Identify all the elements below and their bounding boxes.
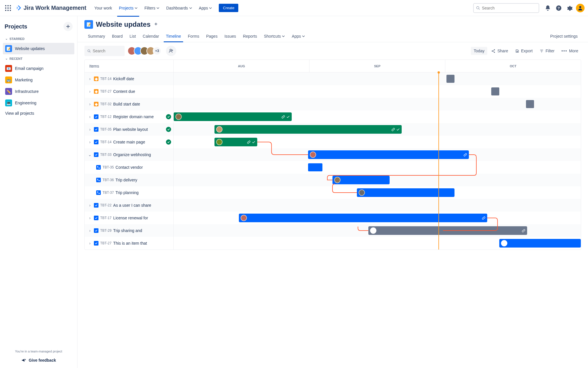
timeline-row [174,174,581,186]
timeline-bar[interactable] [446,75,454,83]
item-row[interactable]: TBT-22As a user I can share [85,199,173,212]
timeline-bar[interactable] [526,100,534,108]
svg-rect-5 [10,7,11,9]
issue-summary: Organize webhosting [113,152,171,157]
tab-pages[interactable]: Pages [203,32,221,42]
svg-rect-8 [10,10,11,11]
tab-reports[interactable]: Reports [239,32,260,42]
nav-filters[interactable]: Filters [142,4,162,12]
timeline-bar[interactable] [214,125,402,134]
assignee-avatar [501,240,507,246]
item-row[interactable]: TBT-33Organize webhosting [85,148,173,161]
tab-issues[interactable]: Issues [221,32,239,42]
nav-projects[interactable]: Projects [116,4,140,12]
svg-point-16 [170,49,172,51]
issue-summary: Plan website layout [113,127,164,132]
timeline-bar[interactable] [308,150,469,159]
timeline-bar[interactable] [239,214,487,222]
help-icon[interactable]: ? [554,3,563,13]
add-person-button[interactable] [166,46,176,56]
timeline-bar[interactable] [308,163,322,171]
item-row[interactable]: TBT-14Create main page [85,136,173,148]
expand-chevron[interactable] [88,203,92,208]
expand-chevron[interactable] [88,102,92,106]
expand-chevron[interactable] [88,76,92,81]
more-button[interactable]: •••More [558,47,581,55]
svg-point-9 [477,6,479,9]
timeline-bar[interactable] [499,239,581,248]
timeline-bar[interactable] [332,176,390,184]
item-row[interactable]: TBT-29Trip sharing and [85,224,173,237]
expand-chevron[interactable] [88,241,92,246]
timeline-bar[interactable] [214,138,257,146]
tab-timeline[interactable]: Timeline [163,32,184,42]
share-button[interactable]: Share [488,47,511,55]
timeline-bar[interactable] [174,112,292,121]
tab-forms[interactable]: Forms [184,32,203,42]
search-input[interactable] [482,6,536,10]
issue-summary: Trip delivery [115,178,171,182]
sidebar-project[interactable]: 📧Email campaign [3,63,74,74]
expand-chevron[interactable] [88,228,92,233]
nav-your-work[interactable]: Your work [92,4,115,12]
item-row[interactable]: ◆TBT-32Build start date [85,98,173,110]
tab-calendar[interactable]: Calendar [139,32,163,42]
notifications-icon[interactable] [543,3,552,13]
sidebar-project[interactable]: 📝Website updates [3,43,74,54]
global-search[interactable] [473,3,539,13]
sparkle-icon[interactable] [153,22,158,27]
nav-dashboards[interactable]: Dashboards [163,4,195,12]
timeline-bar[interactable] [491,87,499,95]
settings-icon[interactable] [565,3,574,13]
item-row[interactable]: ◆TBT-27Content due [85,85,173,98]
search-icon [87,49,91,53]
profile-avatar[interactable] [576,4,585,12]
expand-chevron[interactable] [88,127,92,132]
project-icon: 📝 [84,20,93,29]
timeline-bar[interactable] [357,188,454,197]
sidebar-project[interactable]: 🚌Marketing [3,74,74,86]
tab-summary[interactable]: Summary [84,32,109,42]
item-row[interactable]: TBT-27This is an item that [85,237,173,250]
assignee-avatar [310,152,316,158]
create-button[interactable]: Create [219,4,238,12]
item-row[interactable]: TBT-35Contact vendor [85,161,173,174]
expand-chevron[interactable] [88,89,92,94]
product-logo[interactable]: Jira Work Management [14,5,88,11]
issue-key: TBT-35 [102,165,114,169]
tab-apps[interactable]: Apps [288,32,308,42]
item-row[interactable]: TBT-35Plan website layout [85,123,173,136]
expand-chevron[interactable] [88,216,92,220]
item-row[interactable]: TBT-36Trip delivery [85,174,173,186]
nav-apps[interactable]: Apps [196,4,215,12]
item-row[interactable]: TBT-17License renewal for [85,212,173,224]
expand-chevron[interactable] [88,114,92,119]
recent-section[interactable]: Recent [3,54,74,63]
tab-project-settings[interactable]: Project settings [547,32,581,42]
export-button[interactable]: Export [512,47,535,55]
sidebar-project[interactable]: 💻Engineering [3,97,74,109]
item-row[interactable]: ◆TBT-14Kickoff date [85,72,173,85]
today-button[interactable]: Today [471,47,487,55]
item-row[interactable]: TBT-12Register domain name [85,110,173,123]
tab-board[interactable]: Board [109,32,126,42]
sidebar-title: Projects [5,23,27,30]
assignee-avatars[interactable]: +3 [127,47,161,55]
view-all-projects[interactable]: View all projects [3,109,74,118]
timeline-bar[interactable] [368,226,527,235]
tab-list[interactable]: List [126,32,139,42]
check-icon [252,140,256,144]
issue-key: TBT-22 [100,203,111,207]
expand-chevron[interactable] [88,152,92,157]
filter-button[interactable]: Filter [537,47,557,55]
give-feedback[interactable]: Give feedback [3,355,74,365]
svg-rect-0 [5,5,6,6]
tab-shortcuts[interactable]: Shortcuts [260,32,288,42]
timeline-search[interactable] [84,46,125,56]
app-switcher[interactable] [3,3,13,13]
starred-section[interactable]: Starred [3,34,74,43]
expand-chevron[interactable] [88,140,92,144]
sidebar-project[interactable]: ✏️Infrastructure [3,86,74,97]
add-project-button[interactable] [63,22,73,31]
item-row[interactable]: TBT-37Trip planning [85,186,173,199]
